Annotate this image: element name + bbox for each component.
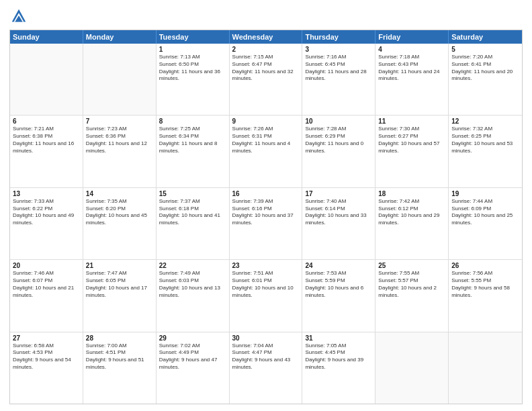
sunset-text: Sunset: 6:25 PM: [451, 133, 519, 140]
day-number: 8: [159, 118, 226, 125]
header-sunday: Sunday: [10, 30, 83, 44]
day-18: 18Sunrise: 7:42 AMSunset: 6:12 PMDayligh…: [375, 188, 449, 259]
daylight-text: Daylight: 10 hours and 17 minutes.: [86, 285, 153, 300]
sunrise-text: Sunrise: 7:51 AM: [232, 270, 300, 277]
day-30: 30Sunrise: 7:04 AMSunset: 4:47 PMDayligh…: [230, 332, 303, 404]
day-4: 4Sunrise: 7:18 AMSunset: 6:43 PMDaylight…: [375, 44, 449, 115]
sunset-text: Sunset: 6:07 PM: [13, 277, 80, 285]
header-friday: Friday: [375, 30, 449, 44]
header-monday: Monday: [83, 30, 157, 44]
sunset-text: Sunset: 4:51 PM: [86, 349, 153, 357]
header-thursday: Thursday: [302, 30, 375, 44]
sunset-text: Sunset: 6:05 PM: [86, 277, 153, 285]
page: SundayMondayTuesdayWednesdayThursdayFrid…: [0, 0, 532, 411]
sunrise-text: Sunrise: 7:15 AM: [232, 54, 300, 61]
sunset-text: Sunset: 6:03 PM: [159, 277, 226, 285]
sunrise-text: Sunrise: 7:55 AM: [378, 270, 445, 277]
sunrise-text: Sunrise: 7:32 AM: [451, 126, 519, 133]
daylight-text: Daylight: 10 hours and 41 minutes.: [159, 212, 226, 227]
daylight-text: Daylight: 10 hours and 25 minutes.: [451, 212, 519, 227]
sunrise-text: Sunrise: 7:44 AM: [451, 198, 519, 205]
day-number: 1: [159, 46, 226, 53]
sunrise-text: Sunrise: 7:16 AM: [305, 54, 372, 61]
day-17: 17Sunrise: 7:40 AMSunset: 6:14 PMDayligh…: [302, 188, 375, 259]
daylight-text: Daylight: 10 hours and 29 minutes.: [378, 212, 445, 227]
daylight-text: Daylight: 9 hours and 43 minutes.: [232, 357, 300, 371]
header-tuesday: Tuesday: [157, 30, 230, 44]
sunrise-text: Sunrise: 7:53 AM: [305, 270, 372, 277]
day-21: 21Sunrise: 7:47 AMSunset: 6:05 PMDayligh…: [83, 260, 157, 331]
sunrise-text: Sunrise: 7:04 AM: [232, 342, 300, 350]
daylight-text: Daylight: 11 hours and 4 minutes.: [232, 140, 300, 155]
sunrise-text: Sunrise: 7:35 AM: [86, 198, 153, 205]
empty-cell-0-1: [83, 44, 157, 115]
day-number: 28: [86, 334, 153, 342]
daylight-text: Daylight: 9 hours and 58 minutes.: [451, 285, 519, 300]
day-7: 7Sunrise: 7:23 AMSunset: 6:36 PMDaylight…: [83, 116, 157, 187]
day-27: 27Sunrise: 6:58 AMSunset: 4:53 PMDayligh…: [10, 332, 83, 404]
sunset-text: Sunset: 6:50 PM: [159, 61, 226, 68]
day-number: 21: [86, 262, 153, 269]
header: [9, 7, 523, 26]
daylight-text: Daylight: 11 hours and 8 minutes.: [159, 140, 226, 155]
day-13: 13Sunrise: 7:33 AMSunset: 6:22 PMDayligh…: [10, 188, 83, 259]
day-8: 8Sunrise: 7:25 AMSunset: 6:34 PMDaylight…: [157, 116, 230, 187]
day-number: 23: [232, 262, 300, 269]
day-19: 19Sunrise: 7:44 AMSunset: 6:09 PMDayligh…: [449, 188, 522, 259]
sunset-text: Sunset: 6:27 PM: [378, 133, 445, 140]
sunset-text: Sunset: 6:16 PM: [232, 205, 300, 213]
logo-icon: [9, 7, 28, 26]
sunrise-text: Sunrise: 7:28 AM: [305, 126, 372, 133]
sunset-text: Sunset: 6:36 PM: [86, 133, 153, 140]
daylight-text: Daylight: 9 hours and 54 minutes.: [13, 357, 80, 371]
day-number: 19: [451, 190, 519, 197]
day-number: 26: [451, 262, 519, 269]
day-number: 6: [13, 118, 80, 125]
day-29: 29Sunrise: 7:02 AMSunset: 4:49 PMDayligh…: [157, 332, 230, 404]
sunset-text: Sunset: 6:14 PM: [305, 205, 372, 213]
sunrise-text: Sunrise: 7:49 AM: [159, 270, 226, 277]
sunset-text: Sunset: 6:20 PM: [86, 205, 153, 213]
sunset-text: Sunset: 6:22 PM: [13, 205, 80, 213]
daylight-text: Daylight: 11 hours and 12 minutes.: [86, 140, 153, 155]
sunset-text: Sunset: 6:01 PM: [232, 277, 300, 285]
day-20: 20Sunrise: 7:46 AMSunset: 6:07 PMDayligh…: [10, 260, 83, 331]
header-saturday: Saturday: [449, 30, 522, 44]
week-row-5: 27Sunrise: 6:58 AMSunset: 4:53 PMDayligh…: [10, 332, 522, 404]
sunrise-text: Sunrise: 7:56 AM: [451, 270, 519, 277]
day-26: 26Sunrise: 7:56 AMSunset: 5:55 PMDayligh…: [449, 260, 522, 331]
day-14: 14Sunrise: 7:35 AMSunset: 6:20 PMDayligh…: [83, 188, 157, 259]
daylight-text: Daylight: 10 hours and 37 minutes.: [232, 212, 300, 227]
day-5: 5Sunrise: 7:20 AMSunset: 6:41 PMDaylight…: [449, 44, 522, 115]
sunrise-text: Sunrise: 7:30 AM: [378, 126, 445, 133]
sunset-text: Sunset: 6:45 PM: [305, 61, 372, 68]
sunrise-text: Sunrise: 7:13 AM: [159, 54, 226, 61]
logo: [9, 7, 31, 26]
sunset-text: Sunset: 6:34 PM: [159, 133, 226, 140]
sunrise-text: Sunrise: 7:20 AM: [451, 54, 519, 61]
day-10: 10Sunrise: 7:28 AMSunset: 6:29 PMDayligh…: [302, 116, 375, 187]
day-number: 27: [13, 334, 80, 342]
sunrise-text: Sunrise: 7:46 AM: [13, 270, 80, 277]
sunrise-text: Sunrise: 7:02 AM: [159, 342, 226, 350]
day-number: 22: [159, 262, 226, 269]
day-number: 20: [13, 262, 80, 269]
day-12: 12Sunrise: 7:32 AMSunset: 6:25 PMDayligh…: [449, 116, 522, 187]
daylight-text: Daylight: 10 hours and 45 minutes.: [86, 212, 153, 227]
daylight-text: Daylight: 11 hours and 20 minutes.: [451, 68, 519, 83]
day-23: 23Sunrise: 7:51 AMSunset: 6:01 PMDayligh…: [230, 260, 303, 331]
sunset-text: Sunset: 6:18 PM: [159, 205, 226, 213]
day-number: 11: [378, 118, 445, 125]
week-row-1: 1Sunrise: 7:13 AMSunset: 6:50 PMDaylight…: [10, 44, 522, 116]
day-number: 14: [86, 190, 153, 197]
week-row-3: 13Sunrise: 7:33 AMSunset: 6:22 PMDayligh…: [10, 188, 522, 260]
daylight-text: Daylight: 11 hours and 16 minutes.: [13, 140, 80, 155]
daylight-text: Daylight: 11 hours and 36 minutes.: [159, 68, 226, 83]
sunrise-text: Sunrise: 7:00 AM: [86, 342, 153, 350]
daylight-text: Daylight: 9 hours and 47 minutes.: [159, 357, 226, 371]
sunset-text: Sunset: 4:49 PM: [159, 349, 226, 357]
day-number: 18: [378, 190, 445, 197]
day-number: 25: [378, 262, 445, 269]
empty-cell-4-5: [375, 332, 449, 404]
sunrise-text: Sunrise: 7:40 AM: [305, 198, 372, 205]
